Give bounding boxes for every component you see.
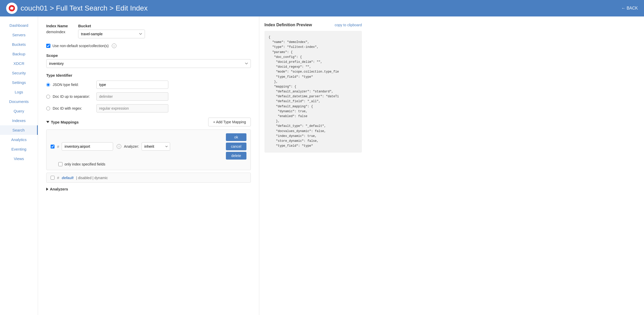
type-identifier-label: Type Identifier <box>46 73 251 77</box>
sidebar-item-xdcr[interactable]: XDCR <box>0 59 38 68</box>
doc-id-separator-input[interactable] <box>96 92 168 101</box>
sidebar-item-settings[interactable]: Settings <box>0 78 38 87</box>
radio-doc-id-regex-row: Doc ID with regex: <box>46 104 251 112</box>
type-mapping-card-airport: # i Analyzer: inherit standard simple wh… <box>46 129 251 170</box>
preview-code: { "name": "demoIndex", "type": "fulltext… <box>264 31 362 153</box>
sidebar-item-indexes[interactable]: Indexes <box>0 116 38 125</box>
mapping-ok-button[interactable]: ok <box>226 133 246 141</box>
sidebar-item-servers[interactable]: Servers <box>0 30 38 40</box>
radio-json-type-field[interactable] <box>46 83 50 87</box>
only-specified-row: only index specified fields <box>58 162 246 166</box>
non-default-info-icon[interactable]: i <box>112 43 116 48</box>
sidebar-item-views[interactable]: Views <box>0 154 38 163</box>
logo <box>6 3 17 14</box>
radio-json-type-label: JSON type field: <box>53 83 94 87</box>
mapping-delete-button[interactable]: delete <box>226 152 246 160</box>
index-name-value: demoIndex <box>46 30 68 34</box>
copy-to-clipboard-button[interactable]: copy to clipboard <box>335 23 362 27</box>
sidebar: Dashboard Servers Buckets Backup XDCR Se… <box>0 16 38 315</box>
type-mappings-header: Type Mappings + Add Type Mapping <box>46 118 251 126</box>
non-default-checkbox[interactable] <box>46 44 50 48</box>
default-hash-icon: # <box>57 176 59 180</box>
non-default-scope-row: Use non-default scope/collection(s) i <box>46 43 251 48</box>
sidebar-item-analytics[interactable]: Analytics <box>0 135 38 144</box>
sidebar-item-logs[interactable]: Logs <box>0 87 38 97</box>
analyzers-expand-icon[interactable] <box>46 188 48 191</box>
sidebar-item-security[interactable]: Security <box>0 68 38 78</box>
back-button[interactable]: ← BACK <box>621 6 638 11</box>
type-identifier-radio-group: JSON type field: Doc ID up to separator:… <box>46 81 251 112</box>
analyzer-label: Analyzer: <box>124 144 139 148</box>
radio-doc-id-separator[interactable] <box>46 95 50 99</box>
bucket-group: Bucket travel-sample beer-sample gamesim… <box>78 24 145 38</box>
header: couch01 > Full Text Search > Edit Index … <box>0 0 644 16</box>
bucket-select[interactable]: travel-sample beer-sample gamesim-sample <box>78 30 145 38</box>
mapping-name-input[interactable] <box>62 142 113 151</box>
form-area: Index Name demoIndex Bucket travel-sampl… <box>38 16 259 315</box>
sidebar-item-eventing[interactable]: Eventing <box>0 144 38 154</box>
default-mapping-row: # default | disabled | dynamic <box>46 173 251 183</box>
default-mapping-checkbox[interactable] <box>51 176 54 180</box>
type-mapping-sub: only index specified fields <box>51 162 246 166</box>
preview-title: Index Definition Preview <box>264 23 312 27</box>
sidebar-item-query[interactable]: Query <box>0 106 38 116</box>
analyzers-section: Analyzers <box>46 187 251 191</box>
radio-doc-id-separator-label: Doc ID up to separator: <box>53 94 94 99</box>
type-mappings-collapse-icon[interactable] <box>46 121 49 123</box>
header-breadcrumb: couch01 > Full Text Search > Edit Index <box>21 4 148 12</box>
index-name-bucket-row: Index Name demoIndex Bucket travel-sampl… <box>46 24 251 38</box>
analyzer-select[interactable]: inherit standard simple whitespace <box>142 142 170 151</box>
default-mapping-name: default <box>62 176 73 180</box>
mapping-btn-group: ok cancel delete <box>226 133 246 160</box>
json-type-field-input[interactable] <box>96 81 168 89</box>
mapping-enabled-checkbox[interactable] <box>51 145 54 148</box>
radio-json-type-row: JSON type field: <box>46 81 251 89</box>
type-mapping-top: # i Analyzer: inherit standard simple wh… <box>51 133 246 160</box>
mapping-info-icon[interactable]: i <box>117 144 121 149</box>
sidebar-item-backup[interactable]: Backup <box>0 49 38 59</box>
header-left: couch01 > Full Text Search > Edit Index <box>6 3 148 14</box>
index-name-group: Index Name demoIndex <box>46 24 68 38</box>
sidebar-item-search[interactable]: Search <box>0 125 38 135</box>
only-specified-checkbox[interactable] <box>58 162 62 166</box>
only-specified-label: only index specified fields <box>65 162 105 166</box>
type-mappings-title: Type Mappings <box>46 120 79 124</box>
hash-icon: # <box>57 144 59 149</box>
radio-doc-id-separator-row: Doc ID up to separator: <box>46 92 251 101</box>
doc-id-regex-input[interactable] <box>96 104 168 112</box>
radio-doc-id-regex-label: Doc ID with regex: <box>53 106 94 110</box>
sidebar-item-dashboard[interactable]: Dashboard <box>0 21 38 30</box>
add-type-mapping-button[interactable]: + Add Type Mapping <box>208 118 251 126</box>
bucket-label: Bucket <box>78 24 145 28</box>
analyzers-title[interactable]: Analyzers <box>46 187 251 191</box>
scope-group: Scope inventory _default <box>46 53 251 68</box>
default-mapping-meta: | disabled | dynamic <box>76 176 108 180</box>
main-layout: Dashboard Servers Buckets Backup XDCR Se… <box>0 16 644 315</box>
scope-label: Scope <box>46 53 251 58</box>
preview-header: Index Definition Preview copy to clipboa… <box>264 23 362 27</box>
radio-doc-id-regex[interactable] <box>46 107 50 110</box>
index-name-label: Index Name <box>46 24 68 28</box>
scope-select[interactable]: inventory _default <box>46 59 251 68</box>
non-default-label: Use non-default scope/collection(s) <box>52 44 109 48</box>
preview-panel: Index Definition Preview copy to clipboa… <box>259 16 367 315</box>
main-content: Index Name demoIndex Bucket travel-sampl… <box>38 16 644 315</box>
mapping-cancel-button[interactable]: cancel <box>226 143 246 150</box>
sidebar-item-documents[interactable]: Documents <box>0 97 38 106</box>
sidebar-item-buckets[interactable]: Buckets <box>0 40 38 49</box>
